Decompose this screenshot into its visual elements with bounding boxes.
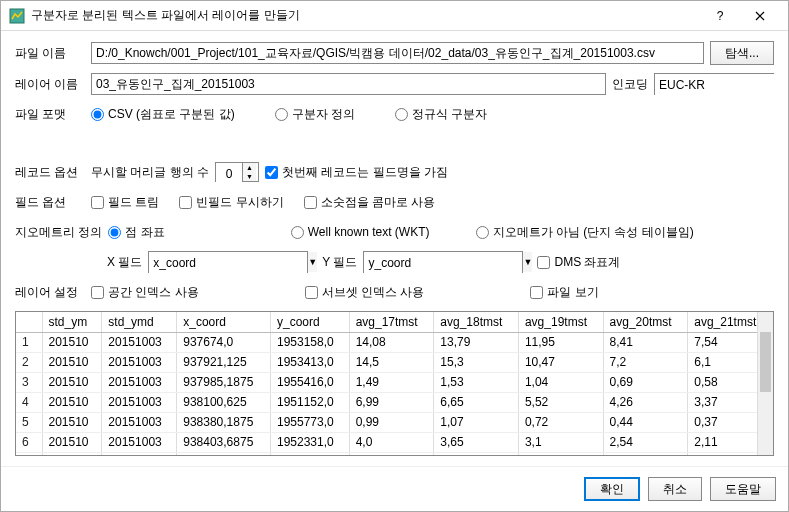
- spatial-index-check[interactable]: 공간 인덱스 사용: [91, 284, 199, 301]
- table-cell: 5: [16, 412, 42, 432]
- layername-input[interactable]: [91, 73, 606, 95]
- table-cell: 10,47: [518, 352, 603, 372]
- discard-empty-check[interactable]: 빈필드 무시하기: [179, 194, 283, 211]
- decimal-comma-checkbox[interactable]: [304, 196, 317, 209]
- table-cell: 7,2: [603, 352, 688, 372]
- dms-check[interactable]: DMS 좌표계: [537, 254, 620, 271]
- column-header[interactable]: avg_17tmst: [349, 312, 434, 332]
- table-cell: 3,65: [434, 432, 519, 452]
- nogeom-radio-input[interactable]: [476, 226, 489, 239]
- xfield-select[interactable]: ▼: [148, 251, 308, 273]
- scrollbar-vertical[interactable]: [757, 312, 773, 455]
- spin-down-icon[interactable]: ▼: [243, 172, 256, 181]
- titlebar: 구분자로 분리된 텍스트 파일에서 레이어를 만들기 ?: [1, 1, 788, 31]
- decimal-comma-check[interactable]: 소숫점을 콤마로 사용: [304, 194, 436, 211]
- fileformat-custom-radio[interactable]: 구분자 정의: [275, 106, 355, 123]
- column-header[interactable]: std_ymd: [102, 312, 177, 332]
- dropdown-arrow-icon[interactable]: ▼: [307, 252, 317, 272]
- skip-header-label: 무시할 머리글 행의 수: [91, 164, 209, 181]
- yfield-value[interactable]: [364, 252, 522, 274]
- table-cell: 938100,625: [177, 392, 271, 412]
- table-cell: 0,72: [518, 412, 603, 432]
- table-cell: 201510: [42, 432, 102, 452]
- yfield-select[interactable]: ▼: [363, 251, 523, 273]
- ok-button[interactable]: 확인: [584, 477, 640, 501]
- table-cell: 4,26: [603, 392, 688, 412]
- cancel-button[interactable]: 취소: [648, 477, 702, 501]
- column-header[interactable]: [16, 312, 42, 332]
- xfield-value[interactable]: [149, 252, 307, 274]
- geom-wkt-radio[interactable]: Well known text (WKT): [291, 225, 430, 239]
- csv-radio-label: CSV (쉼표로 구분된 값): [108, 106, 235, 123]
- table-row[interactable]: 420151020151003938100,6251951152,06,996,…: [16, 392, 773, 412]
- watch-file-check[interactable]: 파일 보기: [530, 284, 598, 301]
- trim-checkbox[interactable]: [91, 196, 104, 209]
- layer-settings-label: 레이어 설정: [15, 284, 85, 301]
- table-cell: 1,49: [349, 372, 434, 392]
- table-cell: 20151003: [102, 432, 177, 452]
- yfield-label: Y 필드: [322, 254, 357, 271]
- table-row[interactable]: 720151020151003938404,8751952485,013,371…: [16, 452, 773, 456]
- trim-fields-check[interactable]: 필드 트림: [91, 194, 159, 211]
- fileformat-regex-radio[interactable]: 정규식 구분자: [395, 106, 487, 123]
- table-cell: 4,0: [349, 432, 434, 452]
- skip-header-value[interactable]: [216, 163, 242, 185]
- preview-table[interactable]: std_ymstd_ymdx_coordy_coordavg_17tmstavg…: [15, 311, 774, 456]
- watch-file-checkbox[interactable]: [530, 286, 543, 299]
- filename-input[interactable]: [91, 42, 704, 64]
- table-row[interactable]: 320151020151003937985,18751955416,01,491…: [16, 372, 773, 392]
- first-record-fieldnames-check[interactable]: 첫번째 레코드는 필드명을 가짐: [265, 164, 448, 181]
- spatial-index-checkbox[interactable]: [91, 286, 104, 299]
- column-header[interactable]: avg_19tmst: [518, 312, 603, 332]
- subset-index-check[interactable]: 서브셋 인덱스 사용: [305, 284, 425, 301]
- first-record-checkbox[interactable]: [265, 166, 278, 179]
- table-cell: 15,3: [434, 352, 519, 372]
- wkt-radio-input[interactable]: [291, 226, 304, 239]
- table-cell: 1955416,0: [270, 372, 349, 392]
- browse-button[interactable]: 탐색...: [710, 41, 774, 65]
- geom-point-radio[interactable]: 점 좌표: [108, 224, 164, 241]
- column-header[interactable]: avg_18tmst: [434, 312, 519, 332]
- table-cell: 1951152,0: [270, 392, 349, 412]
- dms-checkbox[interactable]: [537, 256, 550, 269]
- table-cell: 938380,1875: [177, 412, 271, 432]
- table-row[interactable]: 220151020151003937921,1251953413,014,515…: [16, 352, 773, 372]
- column-header[interactable]: std_ym: [42, 312, 102, 332]
- fileformat-label: 파일 포맷: [15, 106, 85, 123]
- custom-radio-input[interactable]: [275, 108, 288, 121]
- close-button[interactable]: [740, 2, 780, 30]
- discard-empty-checkbox[interactable]: [179, 196, 192, 209]
- filename-label: 파일 이름: [15, 45, 85, 62]
- table-cell: 3: [16, 372, 42, 392]
- geom-none-radio[interactable]: 지오메트가 아님 (단지 속성 테이블임): [476, 224, 694, 241]
- encoding-select[interactable]: ▼: [654, 73, 774, 95]
- encoding-value[interactable]: [655, 74, 788, 96]
- table-cell: 201510: [42, 332, 102, 352]
- table-row[interactable]: 120151020151003937674,01953158,014,0813,…: [16, 332, 773, 352]
- subset-index-checkbox[interactable]: [305, 286, 318, 299]
- encoding-label: 인코딩: [612, 76, 648, 93]
- scrollbar-thumb[interactable]: [760, 332, 771, 392]
- fileformat-csv-radio[interactable]: CSV (쉼표로 구분된 값): [91, 106, 235, 123]
- table-cell: 201510: [42, 372, 102, 392]
- column-header[interactable]: avg_20tmst: [603, 312, 688, 332]
- spin-up-icon[interactable]: ▲: [243, 163, 256, 172]
- table-cell: 20151003: [102, 352, 177, 372]
- table-cell: 13,79: [434, 332, 519, 352]
- table-row[interactable]: 520151020151003938380,18751955773,00,991…: [16, 412, 773, 432]
- table-row[interactable]: 620151020151003938403,68751952331,04,03,…: [16, 432, 773, 452]
- csv-radio-input[interactable]: [91, 108, 104, 121]
- dialog-footer: 확인 취소 도움말: [1, 466, 788, 511]
- table-cell: 1953158,0: [270, 332, 349, 352]
- column-header[interactable]: y_coord: [270, 312, 349, 332]
- table-cell: 1952331,0: [270, 432, 349, 452]
- table-cell: 6,99: [349, 392, 434, 412]
- column-header[interactable]: x_coord: [177, 312, 271, 332]
- help-button[interactable]: ?: [700, 2, 740, 30]
- regex-radio-input[interactable]: [395, 108, 408, 121]
- help-button-footer[interactable]: 도움말: [710, 477, 776, 501]
- point-radio-input[interactable]: [108, 226, 121, 239]
- dropdown-arrow-icon[interactable]: ▼: [522, 252, 532, 272]
- table-cell: 938404,875: [177, 452, 271, 456]
- skip-header-spinner[interactable]: ▲ ▼: [215, 162, 259, 182]
